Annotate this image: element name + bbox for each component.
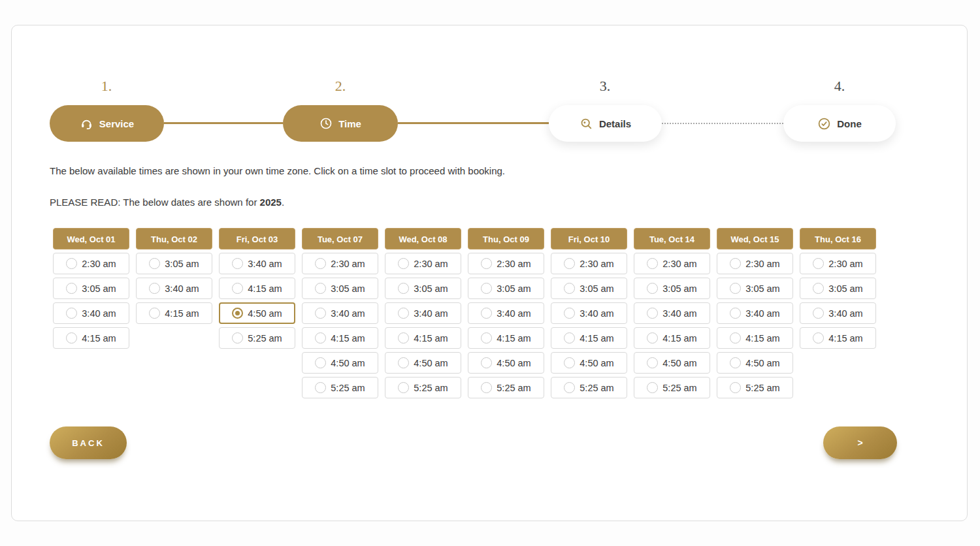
time-slot-label: 4:50 am — [662, 358, 696, 368]
radio-icon — [149, 258, 160, 269]
time-slot-label: 4:15 am — [331, 333, 365, 344]
step-done[interactable]: Done — [783, 105, 896, 142]
back-button[interactable]: BACK — [50, 426, 127, 459]
time-slot[interactable]: 3:05 am — [717, 278, 793, 299]
time-slot[interactable]: 3:05 am — [551, 278, 627, 299]
radio-icon — [813, 308, 824, 319]
time-slot[interactable]: 4:15 am — [634, 327, 710, 349]
day-column: Fri, Oct 033:40 am4:15 am4:50 am5:25 am — [219, 228, 295, 398]
time-slot[interactable]: 4:15 am — [551, 327, 627, 349]
time-slot[interactable]: 4:15 am — [219, 278, 295, 299]
time-slot-label: 3:40 am — [662, 308, 696, 319]
step-label: Service — [99, 118, 134, 129]
time-slot[interactable]: 5:25 am — [385, 377, 461, 398]
time-slot-label: 3:40 am — [497, 308, 531, 319]
time-slot[interactable]: 2:30 am — [800, 253, 876, 274]
time-slot-label: 3:40 am — [745, 308, 779, 319]
radio-icon — [813, 258, 824, 269]
time-slot[interactable]: 3:40 am — [136, 278, 212, 299]
step-service[interactable]: Service — [50, 105, 164, 142]
radio-icon — [66, 283, 77, 294]
step-time[interactable]: Time — [283, 105, 398, 142]
time-slot[interactable]: 4:15 am — [302, 327, 378, 349]
time-slot[interactable]: 5:25 am — [219, 327, 295, 349]
time-slot[interactable]: 4:15 am — [717, 327, 793, 349]
time-slot[interactable]: 2:30 am — [53, 253, 129, 274]
time-slot[interactable]: 2:30 am — [717, 253, 793, 274]
radio-icon — [647, 357, 658, 368]
time-slot-label: 4:15 am — [828, 333, 862, 344]
time-slot-label: 3:05 am — [662, 283, 696, 294]
time-slot[interactable]: 3:40 am — [717, 302, 793, 324]
radio-icon — [564, 357, 575, 368]
time-slot[interactable]: 3:40 am — [800, 302, 876, 324]
step-number-4: 4. — [820, 78, 859, 95]
radio-icon — [481, 382, 492, 393]
radio-icon — [647, 283, 658, 294]
time-slot[interactable]: 4:15 am — [385, 327, 461, 349]
day-header: Wed, Oct 08 — [385, 228, 461, 249]
time-slot[interactable]: 3:05 am — [53, 278, 129, 299]
time-slot[interactable]: 3:40 am — [385, 302, 461, 324]
time-slot[interactable]: 4:15 am — [468, 327, 544, 349]
time-slot[interactable]: 4:50 am — [302, 352, 378, 374]
time-slot[interactable]: 3:05 am — [800, 278, 876, 299]
time-slot[interactable]: 5:25 am — [717, 377, 793, 398]
step-label: Done — [837, 118, 862, 129]
time-slot[interactable]: 4:50 am — [468, 352, 544, 374]
time-slot[interactable]: 5:25 am — [634, 377, 710, 398]
time-slot[interactable]: 3:05 am — [468, 278, 544, 299]
time-slot[interactable]: 4:15 am — [800, 327, 876, 349]
time-slot[interactable]: 5:25 am — [551, 377, 627, 398]
time-slot[interactable]: 3:40 am — [634, 302, 710, 324]
day-column: Wed, Oct 012:30 am3:05 am3:40 am4:15 am — [53, 228, 129, 398]
day-column: Tue, Oct 142:30 am3:05 am3:40 am4:15 am4… — [634, 228, 710, 398]
time-slot[interactable]: 2:30 am — [551, 253, 627, 274]
day-header: Wed, Oct 01 — [53, 228, 129, 249]
time-slot-label: 5:25 am — [580, 383, 613, 393]
time-slot[interactable]: 4:50 am — [717, 352, 793, 374]
time-slot[interactable]: 4:50 am — [551, 352, 627, 374]
radio-icon — [647, 258, 658, 269]
time-slot-label: 4:15 am — [745, 333, 779, 344]
time-slot[interactable]: 4:50 am — [634, 352, 710, 374]
time-slot-label: 3:05 am — [828, 283, 862, 294]
radio-icon — [66, 332, 77, 344]
radio-icon — [647, 332, 658, 344]
step-label: Details — [599, 118, 631, 129]
time-slot[interactable]: 3:40 am — [551, 302, 627, 324]
time-slot-label: 3:40 am — [580, 308, 613, 319]
time-slot[interactable]: 3:40 am — [53, 302, 129, 324]
time-slot[interactable]: 5:25 am — [468, 377, 544, 398]
time-slot[interactable]: 3:40 am — [219, 253, 295, 274]
day-column: Thu, Oct 023:05 am3:40 am4:15 am — [136, 228, 212, 398]
time-slot[interactable]: 3:05 am — [302, 278, 378, 299]
time-slot[interactable]: 3:05 am — [634, 278, 710, 299]
time-slot[interactable]: 4:15 am — [53, 327, 129, 349]
next-button[interactable]: > — [823, 426, 897, 459]
time-slot[interactable]: 2:30 am — [634, 253, 710, 274]
time-slot[interactable]: 3:40 am — [302, 302, 378, 324]
radio-icon — [315, 332, 326, 344]
time-slot[interactable]: 2:30 am — [385, 253, 461, 274]
stepper-connector — [398, 122, 549, 124]
time-slot[interactable]: 2:30 am — [468, 253, 544, 274]
time-slot[interactable]: 5:25 am — [302, 377, 378, 398]
time-slot[interactable]: 2:30 am — [302, 253, 378, 274]
time-slot[interactable]: 4:50 am — [219, 302, 295, 324]
radio-icon — [647, 308, 658, 319]
time-slot[interactable]: 3:40 am — [468, 302, 544, 324]
time-slot[interactable]: 4:50 am — [385, 352, 461, 374]
time-slot[interactable]: 3:05 am — [136, 253, 212, 274]
radio-icon — [315, 357, 326, 368]
day-column: Tue, Oct 072:30 am3:05 am3:40 am4:15 am4… — [302, 228, 378, 398]
time-slot-label: 5:25 am — [662, 383, 696, 393]
time-slot[interactable]: 3:05 am — [385, 278, 461, 299]
time-slot[interactable]: 4:15 am — [136, 302, 212, 324]
day-header: Thu, Oct 02 — [136, 228, 212, 249]
time-slot-label: 3:40 am — [331, 308, 365, 319]
day-column: Wed, Oct 082:30 am3:05 am3:40 am4:15 am4… — [385, 228, 461, 398]
radio-icon — [481, 258, 492, 269]
step-details[interactable]: Details — [549, 105, 662, 142]
time-slot-label: 4:15 am — [497, 333, 531, 344]
